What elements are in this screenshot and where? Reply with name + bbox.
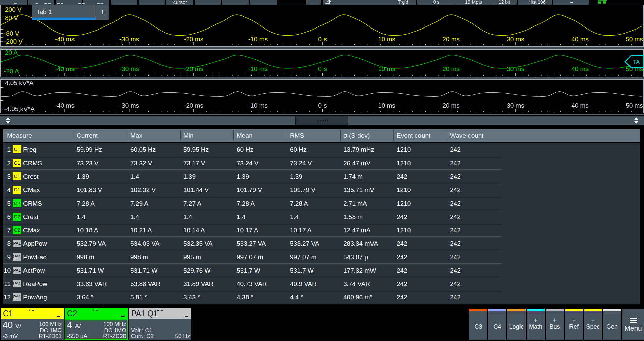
svg-text:TA: TA [633, 59, 640, 65]
